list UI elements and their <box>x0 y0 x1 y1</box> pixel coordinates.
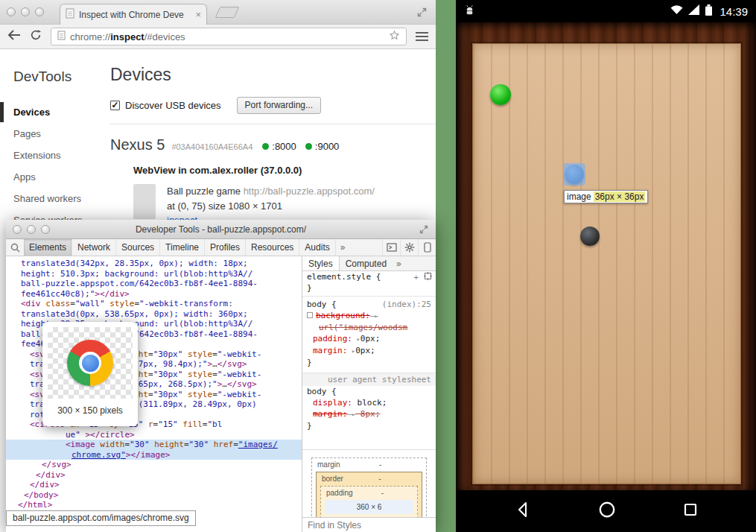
back-button[interactable] <box>7 30 21 43</box>
element-state-icon[interactable] <box>424 272 432 282</box>
code-line[interactable]: translate3d(342px, 28.35px, 0px); width:… <box>6 259 302 269</box>
code-line[interactable]: </div> <box>6 480 302 490</box>
style-property-row[interactable]: margin: ▸ 8px; <box>302 408 436 420</box>
code-line[interactable]: <div class="wall" style="-webkit-transfo… <box>6 299 302 309</box>
devtools-tab-resources[interactable]: Resources <box>246 239 299 256</box>
port-forwarding-button[interactable]: Port forwarding... <box>237 97 321 114</box>
style-property-row[interactable]: margin: ▸0px; <box>302 345 436 357</box>
style-property-row[interactable]: background: ▸ <box>302 310 436 322</box>
property-checkbox[interactable] <box>307 312 313 318</box>
text-segment: = <box>212 349 217 359</box>
window-resize-icon[interactable] <box>419 225 428 236</box>
devtools-tab-network[interactable]: Network <box>72 239 116 256</box>
discover-usb-checkbox[interactable]: ✓ <box>110 101 120 110</box>
devtools-tab-timeline[interactable]: Timeline <box>160 239 205 256</box>
devtools-titlebar: Developer Tools - ball-puzzle.appspot.co… <box>6 220 436 239</box>
webview-page-url[interactable]: http://ball-puzzle.appspot.com/ <box>244 186 375 197</box>
code-line[interactable]: </body> <box>6 490 302 501</box>
text-segment: class <box>45 299 70 308</box>
text-segment: <image <box>66 440 100 449</box>
text-segment: } <box>307 421 312 431</box>
element-style-rule[interactable]: element.style { + <box>302 271 436 282</box>
text-segment: </body> <box>24 490 58 500</box>
window-close-button[interactable] <box>13 225 22 234</box>
code-line[interactable]: height: 510.3px; background: url(blob:ht… <box>6 269 302 279</box>
tabs-overflow-chevron[interactable]: » <box>336 239 350 256</box>
devtools-tab-audits[interactable]: Audits <box>299 239 335 256</box>
dark-ball[interactable] <box>580 227 600 246</box>
new-tab-button[interactable] <box>215 7 240 18</box>
code-line[interactable]: chrome.svg"></image> <box>6 450 302 460</box>
devtools-tab-sources[interactable]: Sources <box>116 239 160 256</box>
tab-computed[interactable]: Computed <box>340 256 393 270</box>
text-segment: "30px" <box>153 370 183 379</box>
text-segment: … <box>222 379 227 389</box>
window-zoom-button[interactable] <box>41 225 50 234</box>
console-drawer-icon[interactable] <box>382 239 400 256</box>
android-statusbar: 14:39 <box>456 0 756 22</box>
stylesheet-source-link[interactable]: (index):25 <box>382 300 431 309</box>
window-zoom-button[interactable] <box>35 7 44 16</box>
tab-close-icon[interactable]: × <box>195 10 201 19</box>
sidebar-item-devices[interactable]: Devices <box>0 101 109 123</box>
style-property-row[interactable]: padding: ▸0px; <box>302 333 436 345</box>
refresh-button[interactable] <box>30 29 42 44</box>
window-resize-icon[interactable] <box>417 7 427 20</box>
sidebar-item-pages[interactable]: Pages <box>0 123 109 145</box>
text-segment: "30" <box>189 440 209 449</box>
home-nav-button[interactable] <box>597 500 617 522</box>
style-property-row[interactable]: } <box>302 357 436 368</box>
text-segment: = <box>212 370 217 379</box>
style-property-row[interactable]: url("images/woodsm <box>302 322 436 333</box>
browser-menu-button[interactable] <box>416 32 428 41</box>
green-ball[interactable] <box>490 84 511 105</box>
text-segment: "-webkit-transform: <box>139 299 233 308</box>
code-line[interactable]: </html> <box>6 500 302 510</box>
text-segment: 8px; <box>355 409 380 419</box>
devtools-tab-elements[interactable]: Elements <box>24 239 72 256</box>
body-rule-selector[interactable]: (index):25 body { <box>302 299 436 310</box>
settings-gear-icon[interactable] <box>400 239 418 256</box>
text-segment: = <box>148 349 153 359</box>
window-close-button[interactable] <box>7 7 16 16</box>
browser-titlebar: Inspect with Chrome Deve × <box>0 0 436 25</box>
code-line[interactable]: <image width="30" height="30" href="imag… <box>6 440 302 450</box>
chrome-logo-image <box>67 340 113 386</box>
styles-overflow-chevron[interactable]: » <box>393 256 405 270</box>
text-segment: fee461cc40c8);" <box>21 289 95 299</box>
window-controls <box>7 7 44 16</box>
search-icon[interactable] <box>6 239 24 256</box>
image-preview-caption: 300 × 150 pixels <box>48 399 133 416</box>
sidebar-item-extensions[interactable]: Extensions <box>0 145 109 166</box>
window-minimize-button[interactable] <box>27 225 36 234</box>
back-nav-button[interactable] <box>514 501 532 522</box>
device-ports: :8000:9000 <box>262 141 339 152</box>
box-model-diagram[interactable]: margin- border- padding- 360 × 6 <box>302 449 436 528</box>
tab-styles[interactable]: Styles <box>302 256 340 270</box>
recents-nav-button[interactable] <box>682 501 699 522</box>
code-line[interactable]: translate3d(0px, 538.65px, 0px); width: … <box>6 309 302 320</box>
sidebar-item-shared-workers[interactable]: Shared workers <box>0 188 109 209</box>
url-host: inspect <box>110 31 144 42</box>
address-bar[interactable]: chrome://inspect/#devices <box>51 28 407 45</box>
code-line[interactable]: ball-puzzle.appspot.com/642ec0b3-fb8f-4e… <box>6 279 302 289</box>
tab-title: Inspect with Chrome Deve <box>79 10 191 20</box>
browser-tab[interactable]: Inspect with Chrome Deve × <box>60 4 207 25</box>
new-style-rule-plus-icon[interactable]: + <box>414 273 419 282</box>
code-line[interactable]: fee461cc40c8);"></div> <box>6 289 302 300</box>
code-line[interactable]: </svg> <box>6 460 302 470</box>
style-property-row[interactable]: } <box>302 420 436 431</box>
sidebar-item-apps[interactable]: Apps <box>0 166 109 188</box>
find-in-styles[interactable]: Find in Styles <box>302 517 436 532</box>
code-line[interactable]: ue" ></circle> <box>6 430 302 440</box>
text-segment: </div> <box>30 480 60 490</box>
box-model-content: 360 × 6 <box>325 500 413 514</box>
device-mode-icon[interactable] <box>418 239 436 256</box>
devtools-tab-profiles[interactable]: Profiles <box>205 239 246 256</box>
text-segment: ></image> <box>126 450 171 460</box>
code-line[interactable]: </div> <box>6 470 302 481</box>
text-segment: height <box>154 440 184 449</box>
bookmark-star-icon[interactable] <box>389 30 400 43</box>
style-property-row[interactable]: display: block; <box>302 397 436 408</box>
window-minimize-button[interactable] <box>21 7 30 16</box>
